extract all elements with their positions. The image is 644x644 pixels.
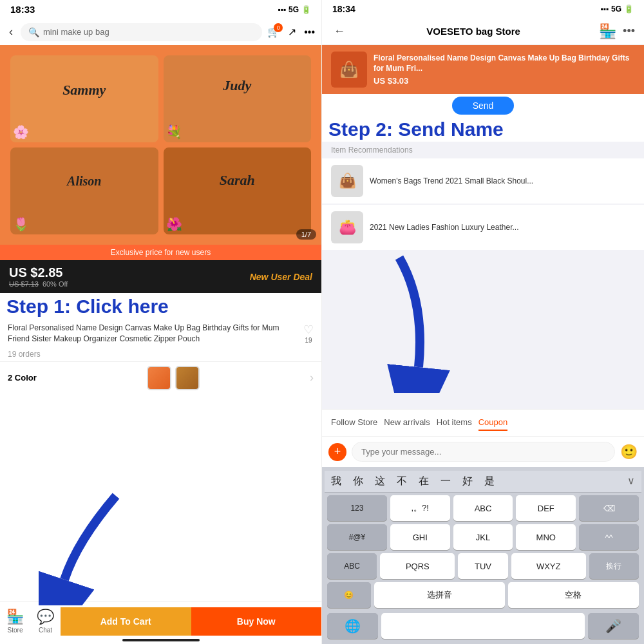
more-icon[interactable]: •••	[304, 26, 315, 38]
step1-instruction: Step 1: Click here	[0, 293, 321, 320]
suggestion-4[interactable]: 不	[397, 475, 407, 488]
key-space[interactable]: 空格	[508, 582, 639, 608]
key-pqrs[interactable]: PQRS	[380, 553, 455, 579]
right-back-button[interactable]: ←	[331, 22, 348, 41]
suggestion-6[interactable]: 一	[440, 475, 451, 488]
right-battery-icon: 🔋	[624, 5, 634, 14]
key-abc[interactable]: ABC	[453, 495, 513, 521]
store-tab[interactable]: 🏪 Store	[0, 606, 30, 636]
keyboard-row-4: 😊 选拼音 空格	[327, 582, 639, 608]
rec-item-2[interactable]: 👛 2021 New Ladies Fashion Luxury Leather…	[322, 205, 644, 250]
color-swatch-2[interactable]	[175, 366, 200, 390]
key-abc2[interactable]: ABC	[327, 553, 377, 579]
key-jkl[interactable]: JKL	[453, 524, 513, 550]
key-enter[interactable]: 换行	[589, 553, 639, 579]
chat-tab[interactable]: 💬 Chat	[30, 606, 61, 636]
expand-icon[interactable]: ∨	[627, 475, 635, 488]
top-action-icons: 🛒 0 ↗ •••	[267, 26, 315, 38]
store-title: VOESETO bag Store	[354, 26, 592, 37]
key-123[interactable]: 123	[327, 495, 387, 521]
network-label: 5G	[289, 5, 299, 14]
bag-name-1: Sammy	[62, 82, 106, 99]
suggestion-5[interactable]: 在	[419, 475, 429, 488]
exclusive-bar: Exclusive price for new users	[0, 245, 321, 260]
key-punct[interactable]: ,。?!	[390, 495, 450, 521]
color-swatch-1[interactable]	[147, 366, 171, 390]
color-swatches	[147, 366, 200, 390]
promo-thumbnail: 👜	[331, 52, 367, 88]
step2-instruction: Step 2: Send Name	[322, 117, 644, 142]
add-to-cart-button[interactable]: Add To Cart	[61, 607, 191, 636]
heart-icon: ♡	[303, 323, 314, 337]
key-backspace[interactable]: ⌫	[579, 495, 639, 521]
suggestion-8[interactable]: 是	[484, 475, 495, 488]
share-icon[interactable]: ↗	[288, 26, 296, 38]
right-network-label: 5G	[611, 5, 621, 14]
product-promo-card[interactable]: 👜 Floral Personalised Name Design Canvas…	[322, 45, 644, 94]
key-ghi[interactable]: GHI	[390, 524, 450, 550]
rec-thumb-2: 👛	[331, 211, 363, 243]
suggestion-2[interactable]: 你	[353, 475, 363, 488]
rec-thumb-1: 👜	[331, 165, 363, 197]
suggestion-3[interactable]: 这	[375, 475, 385, 488]
keyboard-row-3: ABC PQRS TUV WXYZ 换行	[327, 553, 639, 579]
back-button[interactable]: ‹	[6, 23, 15, 41]
store-label: Store	[8, 627, 23, 634]
key-caret[interactable]: ^^	[579, 524, 639, 550]
price-discount: 60% Off	[43, 280, 68, 288]
key-space-main[interactable]	[381, 613, 585, 639]
wishlist-button[interactable]: ♡ 19	[303, 323, 314, 344]
message-input[interactable]	[352, 442, 615, 462]
key-globe[interactable]: 🌐	[327, 613, 378, 639]
emoji-button[interactable]: 🙂	[620, 444, 638, 460]
quick-new-arrivals[interactable]: New arrivals	[384, 415, 430, 431]
key-pinyin[interactable]: 选拼音	[374, 582, 505, 608]
bag-name-4: Sarah	[220, 172, 255, 189]
right-panel: 18:34 ▪▪▪ 5G 🔋 ← VOESETO bag Store 🏪 •••…	[322, 0, 644, 644]
product-title: Floral Personalised Name Design Canvas M…	[8, 323, 297, 345]
quick-coupon[interactable]: Coupon	[478, 415, 508, 431]
price-info: US $2.85 US $7.13 60% Off	[9, 265, 68, 288]
keyboard-row-2: #@¥ GHI JKL MNO ^^	[327, 524, 639, 550]
bag-name-3: Alison	[67, 174, 101, 189]
quick-hot-items[interactable]: Hot items	[437, 415, 472, 431]
signal-icon: ▪▪▪	[278, 5, 286, 14]
left-time: 18:33	[10, 4, 35, 15]
price-row: US $2.85 US $7.13 60% Off New User Deal	[0, 260, 321, 293]
bag-grid: 🌸 Sammy 💐 Judy 🌷 Alison 🌺 Sarah	[0, 45, 321, 245]
key-mno[interactable]: MNO	[516, 524, 576, 550]
buy-now-button[interactable]: Buy Now	[191, 607, 322, 636]
chat-area: Item Recommendations 👜 Women's Bags Tren…	[322, 142, 644, 409]
keyboard-rows: 123 ,。?! ABC DEF ⌫ #@¥ GHI JKL MNO ^^ AB…	[325, 493, 641, 611]
bag-item-4: 🌺 Sarah	[164, 147, 312, 234]
suggestion-7[interactable]: 好	[462, 475, 473, 488]
image-counter: 1/7	[296, 229, 316, 240]
key-tuv[interactable]: TUV	[458, 553, 507, 579]
bag-item-2: 💐 Judy	[164, 55, 312, 142]
rec-item-1[interactable]: 👜 Women's Bags Trend 2021 Small Black Sh…	[322, 158, 644, 204]
send-button[interactable]: Send	[452, 97, 515, 115]
key-def[interactable]: DEF	[516, 495, 576, 521]
search-input[interactable]: mini make up bag	[43, 27, 109, 37]
rec-text-2: 2021 New Ladies Fashion Luxury Leather..…	[370, 222, 518, 233]
store-shop-icon[interactable]: 🏪	[599, 23, 616, 40]
color-label: 2 Color	[8, 373, 37, 383]
key-special[interactable]: #@¥	[327, 524, 387, 550]
quick-actions-bar: Follow Store New arrivals Hot items Coup…	[322, 409, 644, 436]
search-box[interactable]: 🔍 mini make up bag	[21, 23, 262, 41]
key-wxyz[interactable]: WXYZ	[511, 553, 586, 579]
bottom-action-bar: 🏪 Store 💬 Chat Add To Cart Buy Now	[0, 601, 321, 636]
plus-button[interactable]: +	[328, 443, 346, 461]
chat-icon: 💬	[37, 609, 54, 625]
key-emoji[interactable]: 😊	[327, 582, 371, 608]
keyboard-bottom-row: 🌐 🎤	[325, 611, 641, 641]
suggestion-1[interactable]: 我	[331, 475, 341, 488]
quick-follow-store[interactable]: Follow Store	[331, 415, 377, 431]
key-mic[interactable]: 🎤	[588, 613, 639, 639]
keyboard-suggestions: 我 你 这 不 在 一 好 是 ∨	[325, 471, 641, 493]
right-top-bar: ← VOESETO bag Store 🏪 •••	[322, 18, 644, 45]
cart-icon-wrap[interactable]: 🛒 0	[267, 26, 280, 38]
new-user-deal: New User Deal	[250, 272, 312, 282]
right-more-icon[interactable]: •••	[623, 24, 635, 38]
battery-icon: 🔋	[301, 5, 311, 14]
